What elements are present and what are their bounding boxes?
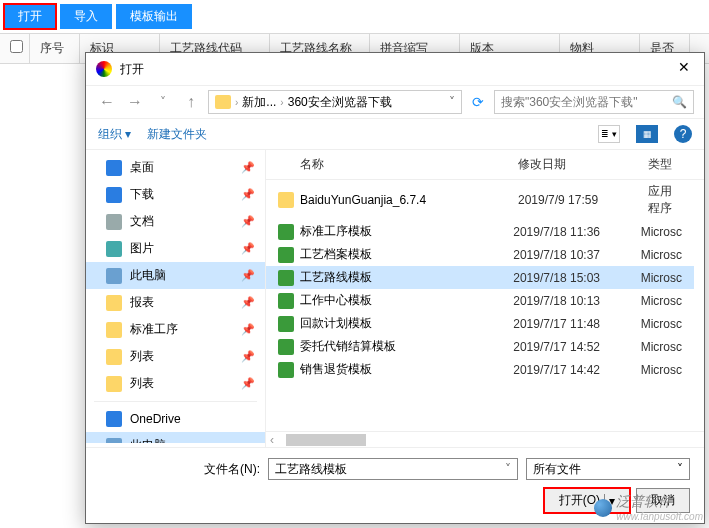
sidebar-item-label: 列表: [130, 375, 154, 392]
file-type: Microsc: [641, 363, 682, 377]
horizontal-scrollbar[interactable]: ‹: [266, 431, 704, 447]
crumb-2[interactable]: 360安全浏览器下载: [288, 94, 392, 111]
search-icon[interactable]: 🔍: [672, 95, 687, 109]
sidebar-item[interactable]: 列表📌: [86, 370, 265, 397]
file-icon: [278, 270, 294, 286]
file-type: Microsc: [641, 271, 682, 285]
app-icon: [96, 61, 112, 77]
sidebar: 桌面📌下载📌文档📌图片📌此电脑📌报表📌标准工序📌列表📌列表📌OneDrive此电…: [86, 150, 266, 447]
col-seq: 序号: [30, 34, 80, 63]
nav-forward-icon[interactable]: →: [124, 91, 146, 113]
file-row[interactable]: BaiduYunGuanjia_6.7.42019/7/9 17:59应用程序: [266, 180, 694, 220]
folder-icon: [215, 95, 231, 109]
nav-up-icon[interactable]: ↑: [180, 91, 202, 113]
filename-label: 文件名(N):: [100, 461, 260, 478]
sidebar-item-label: 列表: [130, 348, 154, 365]
pin-icon: 📌: [241, 242, 255, 255]
file-row[interactable]: 工作中心模板2019/7/18 10:13Microsc: [266, 289, 694, 312]
select-all-checkbox[interactable]: [10, 40, 23, 53]
view-list-icon[interactable]: ≣ ▾: [598, 125, 620, 143]
sidebar-icon: [106, 322, 122, 338]
file-row[interactable]: 工艺档案模板2019/7/18 10:37Microsc: [266, 243, 694, 266]
file-name: BaiduYunGuanjia_6.7.4: [300, 193, 426, 207]
import-button[interactable]: 导入: [60, 4, 112, 29]
file-type: Microsc: [641, 294, 682, 308]
view-details-icon[interactable]: ▦: [636, 125, 658, 143]
nav-back-icon[interactable]: ←: [96, 91, 118, 113]
col-type[interactable]: 类型: [648, 156, 692, 173]
open-file-button[interactable]: 打开(O)▾: [544, 488, 630, 513]
file-type: Microsc: [641, 248, 682, 262]
sidebar-item[interactable]: 桌面📌: [86, 154, 265, 181]
sidebar-item[interactable]: OneDrive: [86, 406, 265, 432]
pin-icon: 📌: [241, 350, 255, 363]
template-output-button[interactable]: 模板输出: [116, 4, 192, 29]
sidebar-icon: [106, 187, 122, 203]
sidebar-item[interactable]: 报表📌: [86, 289, 265, 316]
sidebar-icon: [106, 295, 122, 311]
sidebar-item-label: 此电脑: [130, 267, 166, 284]
refresh-icon[interactable]: ⟳: [468, 94, 488, 110]
sidebar-item[interactable]: 图片📌: [86, 235, 265, 262]
help-icon[interactable]: ?: [674, 125, 692, 143]
chevron-right-icon: ›: [235, 97, 238, 108]
file-name: 标准工序模板: [300, 223, 372, 240]
search-input[interactable]: 🔍: [494, 90, 694, 114]
sidebar-icon: [106, 214, 122, 230]
file-date: 2019/7/17 14:42: [513, 363, 640, 377]
file-icon: [278, 247, 294, 263]
col-name[interactable]: 名称: [278, 156, 518, 173]
pin-icon: 📌: [241, 377, 255, 390]
file-name: 工艺路线模板: [300, 269, 372, 286]
file-icon: [278, 339, 294, 355]
cancel-button[interactable]: 取消: [636, 488, 690, 513]
sidebar-icon: [106, 268, 122, 284]
file-row[interactable]: 委托代销结算模板2019/7/17 14:52Microsc: [266, 335, 694, 358]
chevron-down-icon[interactable]: ˅: [449, 95, 455, 109]
sidebar-icon: [106, 376, 122, 392]
breadcrumb[interactable]: › 新加... › 360安全浏览器下载 ˅: [208, 90, 462, 114]
sidebar-item[interactable]: 此电脑📌: [86, 262, 265, 289]
file-date: 2019/7/17 14:52: [513, 340, 640, 354]
filename-input[interactable]: 工艺路线模板 ˅: [268, 458, 518, 480]
nav-recent-icon[interactable]: ˅: [152, 91, 174, 113]
chevron-down-icon[interactable]: ˅: [677, 462, 683, 476]
file-row[interactable]: 销售退货模板2019/7/17 14:42Microsc: [266, 358, 694, 381]
sidebar-item-label: OneDrive: [130, 412, 181, 426]
dialog-title: 打开: [120, 61, 674, 78]
file-type-select[interactable]: 所有文件 ˅: [526, 458, 690, 480]
sidebar-item[interactable]: 列表📌: [86, 343, 265, 370]
file-row[interactable]: 标准工序模板2019/7/18 11:36Microsc: [266, 220, 694, 243]
file-date: 2019/7/9 17:59: [518, 193, 648, 207]
file-date: 2019/7/18 15:03: [513, 271, 640, 285]
sidebar-icon: [106, 438, 122, 444]
open-button[interactable]: 打开: [4, 4, 56, 29]
sidebar-item[interactable]: 文档📌: [86, 208, 265, 235]
file-icon: [278, 316, 294, 332]
file-icon: [278, 293, 294, 309]
sidebar-item[interactable]: 下载📌: [86, 181, 265, 208]
new-folder-button[interactable]: 新建文件夹: [147, 126, 207, 143]
col-date[interactable]: 修改日期: [518, 156, 648, 173]
sidebar-item[interactable]: 标准工序📌: [86, 316, 265, 343]
chevron-down-icon[interactable]: ˅: [505, 462, 511, 476]
file-name: 工艺档案模板: [300, 246, 372, 263]
pin-icon: 📌: [241, 296, 255, 309]
file-name: 回款计划模板: [300, 315, 372, 332]
file-name: 销售退货模板: [300, 361, 372, 378]
sidebar-item-label: 文档: [130, 213, 154, 230]
file-row[interactable]: 回款计划模板2019/7/17 11:48Microsc: [266, 312, 694, 335]
crumb-1[interactable]: 新加...: [242, 94, 276, 111]
file-date: 2019/7/17 11:48: [513, 317, 640, 331]
file-open-dialog: 打开 ✕ ← → ˅ ↑ › 新加... › 360安全浏览器下载 ˅ ⟳ 🔍 …: [85, 52, 705, 524]
pin-icon: 📌: [241, 323, 255, 336]
file-row[interactable]: 工艺路线模板2019/7/18 15:03Microsc: [266, 266, 694, 289]
sidebar-icon: [106, 411, 122, 427]
organize-menu[interactable]: 组织 ▾: [98, 126, 131, 143]
file-type: Microsc: [641, 317, 682, 331]
sidebar-item-label: 此电脑: [130, 437, 166, 443]
file-name: 委托代销结算模板: [300, 338, 396, 355]
sidebar-item[interactable]: 此电脑: [86, 432, 265, 443]
search-field[interactable]: [501, 95, 672, 109]
close-icon[interactable]: ✕: [674, 59, 694, 79]
